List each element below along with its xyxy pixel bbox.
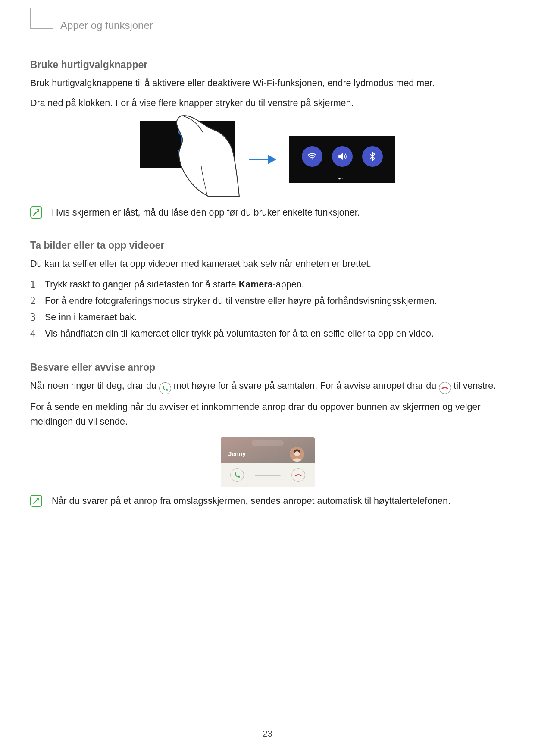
sound-toggle-icon [332,146,353,167]
note-speakerphone: Når du svarer på et anrop fra omslagsskj… [30,494,505,507]
note-icon [30,206,42,219]
svg-marker-4 [268,155,276,164]
note-text: Når du svarer på et anrop fra omslagsskj… [52,494,451,507]
header-corner-decor [30,8,53,29]
arrow-right-icon [248,154,276,165]
figure-quick-panel: ●○ [289,136,395,183]
note-text: Hvis skjermen er låst, må du låse den op… [52,206,360,219]
svg-point-5 [311,159,313,160]
note-lock-screen: Hvis skjermen er låst, må du låse den op… [30,206,505,219]
step-2: For å endre fotograferingsmodus stryker … [30,294,505,308]
caller-name: Jenny [228,450,246,457]
step-3: Se inn i kameraet bak. [30,310,505,325]
caller-avatar [290,447,304,462]
answer-call-icon [159,382,171,394]
drag-handle-icon [255,475,281,476]
step-4: Vis håndflaten din til kameraet eller tr… [30,326,505,341]
text-quick-buttons-1: Bruk hurtigvalgknappene til å aktivere e… [30,76,505,91]
heading-quick-buttons: Bruke hurtigvalgknapper [30,59,505,71]
page: Apper og funksjoner Bruke hurtigvalgknap… [0,0,535,756]
page-dots-icon: ●○ [289,176,395,181]
wifi-toggle-icon [302,146,322,167]
figure-swipe-hand [140,121,235,198]
step-1: Trykk raskt to ganger på sidetasten for … [30,277,505,292]
text-calls-p1: Når noen ringer til deg, drar du mot høy… [30,378,505,394]
page-header: Apper og funksjoner [30,15,505,39]
text-camera-intro: Du kan ta selfier eller ta opp videoer m… [30,256,505,271]
text-quick-buttons-2: Dra ned på klokken. For å vise flere kna… [30,96,505,110]
heading-calls: Besvare eller avvise anrop [30,362,505,373]
decline-button-icon [291,468,305,482]
decline-call-icon [439,382,451,394]
figure-swipe-down: ●○ [30,121,505,198]
text-calls-p2: For å sende en melding når du avviser et… [30,400,505,429]
figure-incoming-call: Jenny [221,437,315,487]
answer-button-icon [230,468,244,482]
note-icon [30,495,42,507]
steps-camera: Trykk raskt to ganger på sidetasten for … [30,277,505,341]
incoming-call-label-blur [252,440,284,446]
bluetooth-toggle-icon [362,146,383,167]
hand-icon [173,115,242,199]
header-title: Apper og funksjoner [60,19,153,31]
heading-camera: Ta bilder eller ta opp videoer [30,240,505,251]
page-number: 23 [0,729,535,739]
